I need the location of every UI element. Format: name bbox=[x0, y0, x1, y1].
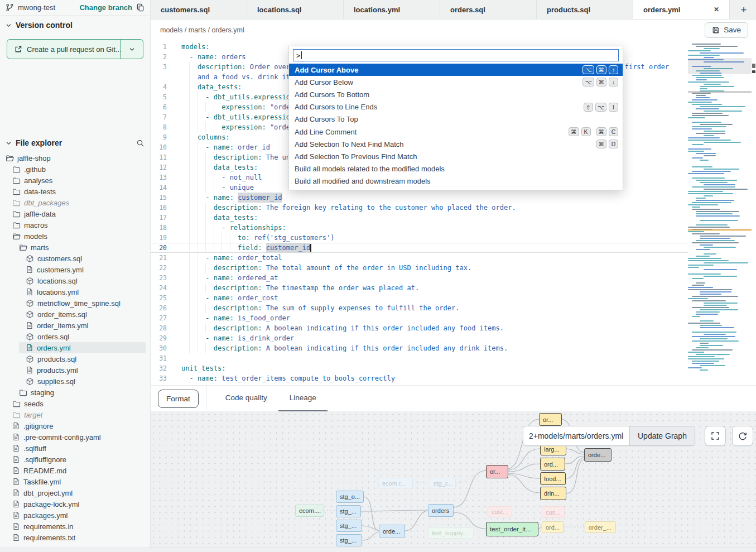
code-line[interactable]: 26description: The sum of supply expense… bbox=[151, 303, 688, 313]
file-tree-item-orders-yml[interactable]: orders.yml bbox=[19, 342, 146, 353]
model-selector-input[interactable] bbox=[523, 426, 629, 445]
file-tree-item-metricflow-time-spine-sql[interactable]: metricflow_time_spine.sql bbox=[0, 297, 150, 309]
lineage-canvas[interactable]: ecom....stg_o...stg_...stg_...stg_...ord… bbox=[151, 411, 756, 548]
lineage-node-or-yellow[interactable]: or... bbox=[539, 413, 562, 426]
command-item-add-cursor-above[interactable]: Add Cursor Above⌥⌘↑ bbox=[289, 64, 623, 76]
lineage-node-cus-fadedpink[interactable]: cus... bbox=[542, 506, 565, 518]
lineage-node-or-pink[interactable]: or... bbox=[486, 465, 508, 478]
panel-tab-lineage[interactable]: Lineage bbox=[278, 386, 328, 412]
file-tree-item-macros[interactable]: macros bbox=[0, 219, 150, 231]
copy-icon[interactable] bbox=[136, 3, 145, 12]
lineage-node-test_supply-fadedmint[interactable]: test_supply... bbox=[428, 527, 474, 539]
lineage-node-orde-blue[interactable]: orde... bbox=[379, 525, 405, 537]
tab-locations-sql[interactable]: locations.sql bbox=[247, 0, 344, 19]
file-tree-item-staging[interactable]: staging bbox=[0, 387, 150, 398]
code-line[interactable]: 17data_tests: bbox=[151, 213, 688, 223]
command-item-add-line-comment[interactable]: Add Line Comment⌘K⌘C bbox=[289, 126, 623, 138]
file-tree-item-dbt-project-yml[interactable]: dbt_project.yml bbox=[0, 487, 150, 498]
tab-orders-yml[interactable]: orders.yml✕ bbox=[633, 0, 730, 19]
file-tree-item-dbt-packages[interactable]: dbt_packages bbox=[0, 197, 150, 208]
code-line[interactable]: 21- name: order_total bbox=[151, 253, 688, 263]
code-line[interactable]: 25- name: order_cost bbox=[151, 293, 688, 303]
file-tree-item-orders-sql[interactable]: orders.sql bbox=[0, 331, 150, 342]
save-button[interactable]: Save bbox=[705, 22, 748, 38]
code-line[interactable]: 23- name: ordered_at bbox=[151, 273, 688, 283]
lineage-node-stg_-blue[interactable]: stg_... bbox=[336, 534, 362, 546]
search-icon[interactable] bbox=[136, 139, 145, 147]
code-line[interactable]: 28description: A boolean indicating if t… bbox=[151, 323, 688, 333]
format-button[interactable]: Format bbox=[158, 390, 199, 408]
pr-dropdown-caret[interactable] bbox=[121, 40, 143, 59]
command-item-add-cursor-below[interactable]: Add Cursor Below⌥⌘↓ bbox=[289, 76, 623, 88]
file-explorer-header[interactable]: File explorer bbox=[0, 133, 150, 152]
file-tree-item-products-sql[interactable]: products.sql bbox=[0, 353, 150, 364]
file-tree-item-order-items-yml[interactable]: order_items.yml bbox=[0, 320, 150, 331]
code-line[interactable]: 27- name: is_food_order bbox=[151, 313, 688, 323]
file-tree-item-readme-md[interactable]: README.md bbox=[0, 465, 150, 476]
editor-scrollbar[interactable] bbox=[752, 42, 756, 385]
code-line[interactable]: 18- relationships: bbox=[151, 223, 688, 233]
command-item-build-all-modified-and-downstream-models[interactable]: Build all modified and downstream models bbox=[289, 175, 623, 188]
version-control-header[interactable]: Version control bbox=[0, 16, 150, 35]
new-tab-button[interactable]: + bbox=[736, 0, 752, 20]
refresh-button[interactable] bbox=[732, 426, 753, 446]
file-tree-item-package-lock-yml[interactable]: package-lock.yml bbox=[0, 498, 150, 510]
file-tree-item-products-yml[interactable]: products.yml bbox=[0, 364, 150, 376]
code-line[interactable]: 30description: A boolean indicating if t… bbox=[151, 343, 688, 353]
lineage-node-stg_c-fadedblue[interactable]: stg_c... bbox=[430, 478, 456, 488]
code-line[interactable]: 31 bbox=[151, 353, 688, 363]
command-item-add-cursors-to-top[interactable]: Add Cursors To Top bbox=[289, 113, 623, 126]
code-line[interactable]: 29- name: is_drink_order bbox=[151, 333, 688, 343]
code-line[interactable]: 16description: The foreign key relating … bbox=[151, 203, 688, 213]
command-item-add-selection-to-next-find-match[interactable]: Add Selection To Next Find Match⌘D bbox=[289, 138, 623, 150]
file-tree-item-locations-yml[interactable]: locations.yml bbox=[0, 286, 150, 297]
code-line[interactable]: 19to: ref('stg_customers') bbox=[151, 233, 688, 243]
file-tree-item-customers-sql[interactable]: customers.sql bbox=[0, 253, 150, 264]
lineage-node-orders-blue[interactable]: orders bbox=[428, 504, 454, 517]
file-tree-item-analyses[interactable]: analyses bbox=[0, 175, 150, 186]
lineage-node-ecom-mint[interactable]: ecom.... bbox=[295, 505, 324, 517]
file-tree-item-jaffle-shop[interactable]: jaffle-shop bbox=[0, 152, 150, 164]
code-line[interactable]: 24description: The timestamp the order w… bbox=[151, 283, 688, 293]
code-line[interactable]: 33- name: test_order_items_compute_to_bo… bbox=[151, 373, 688, 383]
command-palette-input[interactable]: > bbox=[293, 49, 619, 61]
file-tree-item-packages-yml[interactable]: packages.yml bbox=[0, 510, 150, 521]
file-tree-item-taskfile-yml[interactable]: Taskfile.yml bbox=[0, 476, 150, 487]
file-tree-item-models[interactable]: models bbox=[0, 231, 150, 242]
close-icon[interactable]: ✕ bbox=[711, 4, 721, 15]
lineage-node-food-yellow[interactable]: food... bbox=[540, 472, 566, 485]
file-tree-item--github[interactable]: .github bbox=[0, 164, 150, 175]
command-item-build-all-models-related-to-the-modified-models[interactable]: Build all models related to the modified… bbox=[289, 163, 623, 175]
code-line-current[interactable]: 20field: customer_id bbox=[151, 243, 688, 253]
lineage-node-stg_-blue[interactable]: stg_... bbox=[336, 520, 362, 532]
file-tree-item-requirements-in[interactable]: requirements.in bbox=[0, 521, 150, 532]
tab-orders-sql[interactable]: orders.sql bbox=[440, 0, 537, 19]
code-line[interactable]: 32unit_tests: bbox=[151, 363, 688, 373]
tab-locations-yml[interactable]: locations.yml bbox=[344, 0, 440, 19]
lineage-node-stg_o-blue[interactable]: stg_o... bbox=[336, 491, 364, 503]
file-tree-item-customers-yml[interactable]: customers.yml bbox=[0, 264, 150, 275]
file-tree-item-marts[interactable]: marts bbox=[0, 242, 150, 253]
file-tree-item-requirements-txt[interactable]: requirements.txt bbox=[0, 532, 150, 543]
minimap-viewport[interactable] bbox=[688, 58, 752, 74]
minimap[interactable] bbox=[688, 42, 752, 385]
command-item-add-cursors-to-line-ends[interactable]: Add Cursors to Line Ends⇧⌥I bbox=[289, 101, 623, 113]
lineage-node-order_-paleyellow[interactable]: order_... bbox=[585, 521, 616, 533]
file-tree-item-jaffle-data[interactable]: jaffle-data bbox=[0, 208, 150, 219]
tab-products-sql[interactable]: products.sql bbox=[537, 0, 633, 19]
file-tree-item-order-items-sql[interactable]: order_items.sql bbox=[0, 309, 150, 320]
lineage-node-stg_-blue[interactable]: stg_... bbox=[336, 505, 361, 517]
file-tree-item-target[interactable]: target bbox=[0, 409, 150, 420]
file-tree-item-supplies-sql[interactable]: supplies.sql bbox=[0, 376, 150, 387]
file-tree-item--pre-commit-config-yaml[interactable]: .pre-commit-config.yaml bbox=[0, 431, 150, 443]
code-line[interactable]: 22description: The total amount of the o… bbox=[151, 263, 688, 273]
change-branch-link[interactable]: Change branch bbox=[79, 3, 132, 12]
update-graph-button[interactable]: Update Graph bbox=[629, 426, 695, 445]
file-tree-item-seeds[interactable]: seeds bbox=[0, 398, 150, 409]
lineage-node-ecomr-fadedblue[interactable]: ecom.r... bbox=[378, 478, 413, 488]
file-tree-item--sqlfluffignore[interactable]: .sqlfluffignore bbox=[0, 454, 150, 465]
code-line[interactable]: 15- name: customer_id bbox=[151, 193, 688, 203]
lineage-node-ord-paleyellow[interactable]: ord... bbox=[542, 521, 564, 533]
tab-customers-sql[interactable]: customers.sql bbox=[151, 0, 247, 19]
panel-tab-code-quality[interactable]: Code quality bbox=[214, 386, 278, 412]
